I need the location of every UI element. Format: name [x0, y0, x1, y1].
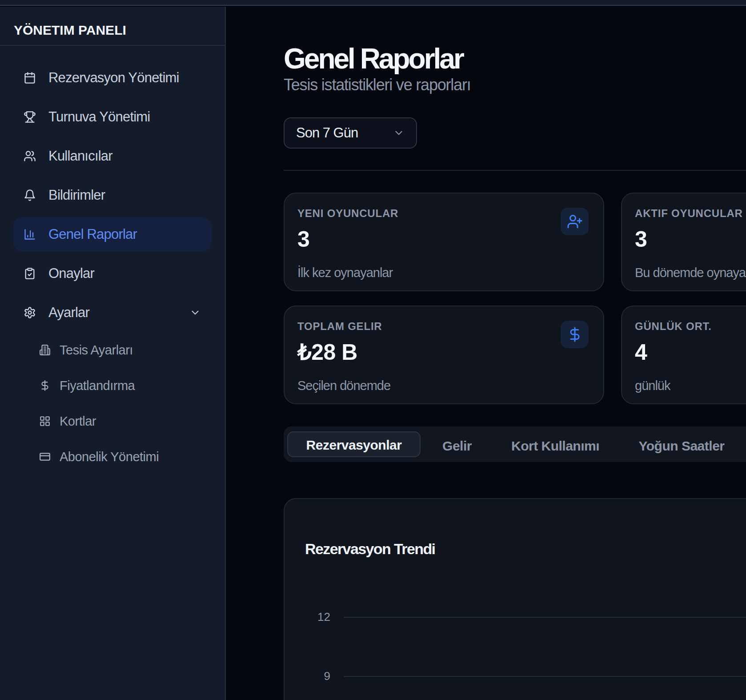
stat-label: TOPLAM GELIR [297, 321, 382, 332]
tab-bar: Rezervasyonlar Gelir Kort Kullanımı Yoğu… [284, 426, 746, 462]
app-root: { "app": { "panel_title": "YÖNETIM PANEL… [0, 0, 746, 700]
users-icon [24, 150, 36, 162]
sidebar-item-label: Genel Raporlar [48, 226, 137, 242]
stat-cards: YENI OYUNCULAR 3 İlk kez oynayanlar AKTI… [284, 193, 746, 404]
sidebar-subitem-tesis-ayarlari[interactable]: Tesis Ayarları [13, 334, 212, 366]
sidebar-subitem-kortlar[interactable]: Kortlar [13, 406, 212, 437]
sidebar-item-label: Ayarlar [48, 305, 89, 321]
chevron-down-icon [393, 127, 405, 139]
stat-card-gunluk-ort: GÜNLÜK ORT. 4 günlük [621, 306, 746, 404]
tab-kort-kullanimi[interactable]: Kort Kullanımı [511, 426, 599, 462]
page-subtitle: Tesis istatistikleri ve raporları [284, 75, 746, 94]
trophy-icon [24, 111, 36, 123]
page-title: Genel Raporlar [284, 42, 746, 76]
building-2-icon [39, 344, 51, 356]
sidebar-subitem-label: Abonelik Yönetimi [60, 450, 159, 464]
stat-caption: Seçilen dönemde [297, 379, 390, 392]
chevron-down-icon [189, 307, 201, 318]
sidebar-item-rezervasyon-yonetimi[interactable]: Rezervasyon Yönetimi [13, 60, 212, 95]
sidebar-subitem-fiyatlandirma[interactable]: Fiyatlandırma [13, 370, 212, 401]
sidebar-item-label: Bildirimler [48, 187, 105, 203]
y-axis-tick: 12 [299, 610, 330, 624]
stat-value: 3 [297, 228, 309, 250]
tab-yogun-saatler[interactable]: Yoğun Saatler [639, 426, 725, 462]
bell-icon [24, 189, 36, 201]
gear-icon [24, 306, 36, 319]
stat-label: GÜNLÜK ORT. [635, 321, 712, 332]
dollar-sign-icon [561, 321, 589, 348]
gridline [344, 676, 746, 677]
tab-gelir[interactable]: Gelir [442, 426, 472, 462]
sidebar-subitem-label: Tesis Ayarları [60, 343, 133, 358]
sidebar-item-label: Rezervasyon Yönetimi [48, 70, 179, 86]
sidebar-item-ayarlar[interactable]: Ayarlar [13, 295, 212, 330]
y-axis-tick: 9 [299, 669, 330, 683]
sidebar-item-onaylar[interactable]: Onaylar [13, 256, 212, 291]
sidebar-header: YÖNETIM PANELI [0, 7, 225, 46]
stat-label: AKTIF OYUNCULAR [635, 208, 743, 219]
period-select[interactable]: Son 7 Gün [284, 117, 417, 149]
stat-caption: günlük [635, 379, 670, 392]
sidebar-item-turnuva-yonetimi[interactable]: Turnuva Yönetimi [13, 100, 212, 134]
panel-title: YÖNETIM PANELI [14, 23, 126, 38]
period-select-value: Son 7 Gün [296, 125, 358, 141]
gridline [344, 617, 746, 618]
top-bar [0, 0, 746, 6]
stat-card-toplam-gelir: TOPLAM GELIR ₺28 B Seçilen dönemde [284, 306, 604, 404]
layout-grid-icon [39, 415, 51, 427]
stat-value: ₺28 B [297, 341, 357, 363]
clipboard-check-icon [24, 267, 36, 280]
sidebar-item-label: Turnuva Yönetimi [48, 109, 150, 125]
calendar-icon [24, 72, 36, 84]
stat-caption: İlk kez oynayanlar [297, 266, 393, 279]
credit-card-icon [39, 451, 51, 463]
sidebar-subitem-label: Kortlar [60, 414, 96, 429]
sidebar: YÖNETIM PANELI Rezervasyon Yönetimi Turn… [0, 7, 226, 700]
bar-chart-icon [24, 228, 36, 241]
stat-label: YENI OYUNCULAR [297, 208, 398, 219]
sidebar-item-label: Onaylar [48, 266, 94, 282]
sidebar-item-kullanicilar[interactable]: Kullanıcılar [13, 139, 212, 173]
stat-card-yeni-oyuncular: YENI OYUNCULAR 3 İlk kez oynayanlar [284, 193, 604, 291]
dollar-sign-icon [39, 380, 51, 391]
divider [284, 170, 746, 171]
sidebar-item-bildirimler[interactable]: Bildirimler [13, 178, 212, 213]
chart-card: Rezervasyon Trendi 12 9 [284, 498, 746, 700]
sidebar-subitem-label: Fiyatlandırma [60, 378, 135, 393]
stat-caption: Bu dönemde oynayanlar [635, 266, 746, 279]
main-content: Genel Raporlar Tesis istatistikleri ve r… [227, 7, 746, 700]
sidebar-item-label: Kullanıcılar [48, 148, 112, 164]
chart-title: Rezervasyon Trendi [305, 541, 435, 556]
user-plus-icon [561, 208, 589, 235]
tab-rezervasyonlar[interactable]: Rezervasyonlar [287, 431, 421, 457]
sidebar-subitem-abonelik-yonetimi[interactable]: Abonelik Yönetimi [13, 441, 212, 472]
stat-value: 3 [635, 228, 647, 250]
sidebar-nav: Rezervasyon Yönetimi Turnuva Yönetimi Ku… [0, 60, 225, 472]
stat-card-aktif-oyuncular: AKTIF OYUNCULAR 3 Bu dönemde oynayanlar [621, 193, 746, 291]
sidebar-item-genel-raporlar[interactable]: Genel Raporlar [13, 217, 212, 252]
stat-value: 4 [635, 341, 647, 363]
